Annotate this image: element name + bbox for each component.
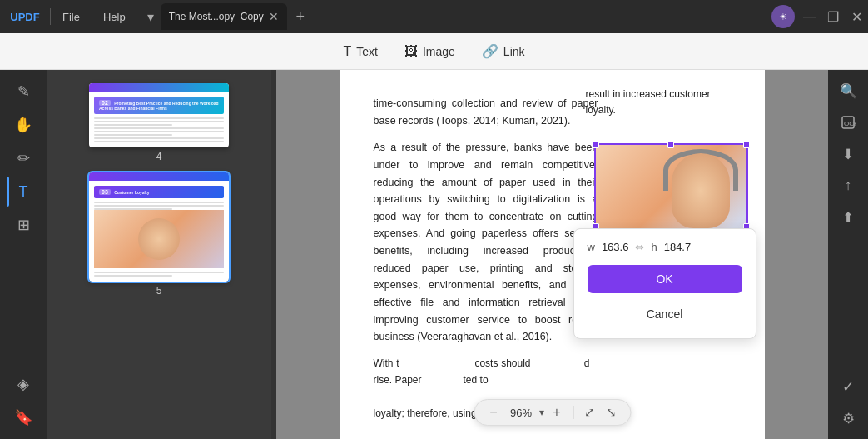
page4-section-header: 02 Promoting Best Practice and Reducing … [94,97,224,114]
pages-icon[interactable]: ⊞ [7,210,40,240]
edit-text-icon[interactable]: T [7,177,40,207]
page5-section-header: 03 Customer Loyalty [94,186,224,198]
edit-icon[interactable]: ✎ [7,77,40,107]
image-tool-icon: 🖼 [404,44,418,59]
thumb-img-inner-5 [138,218,180,260]
thumbnail-page4[interactable]: 02 Promoting Best Practice and Reducing … [89,83,229,162]
thumb-lines-5 [94,202,224,210]
line1 [94,202,224,203]
handle-top-left[interactable] [593,142,599,148]
zoom-in-button[interactable]: + [548,403,566,422]
height-label: h [651,239,657,257]
tab-close-icon[interactable]: ✕ [269,10,279,23]
check-icon[interactable]: ✓ [833,372,863,401]
user-avatar[interactable]: ☀ [771,5,795,28]
paragraph-3: With t costs should d rise. Paper ted to [374,356,590,389]
line4 [94,127,224,129]
line3 [94,208,172,210]
search-icon[interactable]: 🔍 [833,77,863,105]
settings-icon[interactable]: ⚙ [833,404,863,432]
line2 [94,121,224,122]
cancel-button[interactable]: Cancel [588,300,742,328]
thumbnail-page5[interactable]: 03 Customer Loyalty [89,172,229,297]
width-value[interactable]: 163.6 [602,239,629,257]
handle-top-mid[interactable] [667,142,674,148]
dimension-popup: w 163.6 ⇔ h 184.7 OK Cancel [573,228,756,339]
fit-page-button[interactable]: ⤡ [602,403,620,422]
page4-header-text: Promoting Best Practice and Reducing the… [99,101,219,111]
page4-num-badge: 02 [99,100,111,106]
dimension-row: w 163.6 ⇔ h 184.7 [588,239,742,257]
minimize-button[interactable]: — [798,5,821,28]
thumb-lines-5b [94,272,224,277]
line5 [94,131,224,132]
zoom-divider [573,406,573,419]
thumb-page-number-4: 4 [156,151,162,162]
line7 [94,137,224,139]
line1 [94,117,224,119]
new-tab-button[interactable]: + [290,7,310,27]
tab-area: ▾ The Most...opy_Copy ✕ + [137,3,458,30]
hand-icon[interactable]: ✋ [7,110,40,140]
zoom-out-button[interactable]: − [484,403,503,422]
link-tool-button[interactable]: 🔗 Link [469,38,538,64]
thumb-page-number-5: 5 [156,285,162,297]
app-logo: UPDF [0,11,50,23]
export-icon[interactable]: ↑ [833,172,863,200]
right-column-text: result in increased customer loyalty. [586,87,740,118]
image-tool-button[interactable]: 🖼 Image [391,39,469,64]
thumb-header-4 [89,83,229,92]
page5-header-text: Customer Loyalty [114,190,149,195]
thumb-content-5: 03 Customer Loyalty [89,181,229,282]
face-shape [672,153,730,228]
annotate-icon[interactable]: ✏ [7,143,40,173]
share-icon[interactable]: ⬆ [833,203,863,232]
help-menu[interactable]: Help [92,0,137,33]
tab-title: The Most...opy_Copy [169,11,264,22]
import-icon[interactable]: ⬇ [833,140,863,168]
active-tab[interactable]: The Most...opy_Copy ✕ [161,3,287,30]
toolbar: T Text 🖼 Image 🔗 Link [0,33,868,70]
image-tool-label: Image [423,45,455,58]
width-label: w [588,239,595,257]
line5 [94,275,172,277]
thumbnail-panel: 02 Promoting Best Practice and Reducing … [47,70,271,439]
thumb-lines-4 [94,117,224,142]
link-tool-icon: 🔗 [482,43,498,59]
line6 [94,134,172,136]
left-sidebar: ✎ ✋ ✏ T ⊞ ◈ 🔖 [0,70,47,439]
zoom-dropdown-icon[interactable]: ▾ [539,407,544,418]
handle-top-right[interactable] [743,142,750,148]
paragraph-1: time-consuming collection and review of … [374,95,598,129]
text-tool-label: Text [356,45,378,58]
text-tool-icon: T [343,44,351,59]
fit-width-button[interactable]: ⤢ [580,403,598,422]
height-value[interactable]: 184.7 [664,239,692,257]
bookmark-icon[interactable]: 🔖 [7,402,40,432]
file-menu[interactable]: File [51,0,92,33]
ok-button[interactable]: OK [588,265,742,293]
line2 [94,205,224,207]
close-button[interactable]: ✕ [845,5,868,28]
thumb-card-4: 02 Promoting Best Practice and Reducing … [89,83,229,147]
ocr-icon[interactable]: OCR [833,108,863,137]
content-area: result in increased customer loyalty. ti… [276,70,828,439]
tab-dropdown-icon[interactable]: ▾ [141,7,161,27]
para3-text: With t costs should d rise. Paper ted to [374,357,590,386]
thumb-image-5 [94,210,224,268]
main-text-content: time-consuming collection and review of … [374,87,598,346]
line3 [94,124,172,126]
main-layout: ✎ ✋ ✏ T ⊞ ◈ 🔖 02 Promoting Best Practice… [0,70,868,439]
right-text-start: result in increased customer loyalty. [586,88,711,116]
maximize-button[interactable]: ❐ [821,5,845,28]
thumb-header-5 [89,172,229,181]
text-tool-button[interactable]: T Text [330,39,390,64]
right-sidebar: 🔍 OCR ⬇ ↑ ⬆ ✓ ⚙ [828,70,868,439]
title-bar: UPDF File Help ▾ The Most...opy_Copy ✕ +… [0,0,868,33]
zoom-bar: − 96% ▾ + ⤢ ⤡ [474,399,631,426]
paragraph-2: As a result of the pressure, banks have … [374,139,598,346]
page-view: result in increased customer loyalty. ti… [340,70,765,439]
svg-text:OCR: OCR [844,120,856,127]
zoom-value: 96% [506,407,536,419]
layers-icon[interactable]: ◈ [7,369,40,399]
